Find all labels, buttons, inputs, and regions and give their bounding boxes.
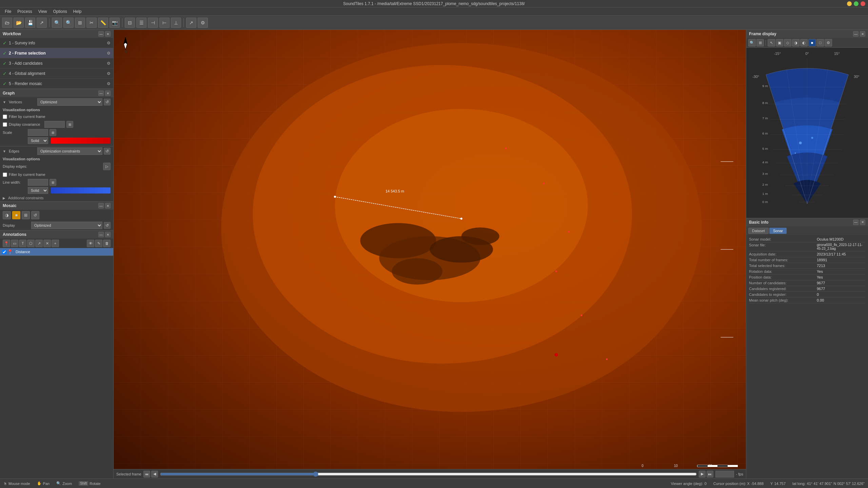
- slider-goto-end[interactable]: ⏭: [707, 471, 713, 477]
- vertices-refresh[interactable]: ↺: [104, 99, 111, 105]
- toolbar-zoom-out[interactable]: 🔍: [63, 18, 74, 28]
- toolbar-align-left[interactable]: ⊣: [148, 18, 158, 28]
- tab-sonar[interactable]: Sonar: [769, 228, 787, 234]
- mosaic-header[interactable]: Mosaic — ✕: [0, 202, 113, 210]
- mosaic-display-select[interactable]: Optimized: [31, 222, 102, 229]
- filter-frame-checkbox[interactable]: [3, 115, 7, 119]
- workflow-gear-4[interactable]: ⚙: [107, 71, 111, 76]
- center-view[interactable]: 14 543.5 m: [114, 30, 746, 479]
- toolbar-arrow[interactable]: ↗: [186, 18, 196, 28]
- toolbar-export[interactable]: ↗: [37, 18, 47, 28]
- close-button[interactable]: [861, 1, 865, 6]
- toolbar-zoom-fit[interactable]: ⊞: [75, 18, 85, 28]
- mosaic-close[interactable]: ✕: [105, 203, 111, 208]
- frame-display-close[interactable]: ✕: [860, 31, 865, 37]
- frame-slider-input[interactable]: [160, 471, 697, 477]
- toolbar-align-center[interactable]: ⊥: [171, 18, 181, 28]
- toolbar-save[interactable]: 💾: [25, 18, 35, 28]
- frame-display-minimize[interactable]: —: [853, 31, 859, 37]
- menu-process[interactable]: Process: [15, 8, 35, 15]
- ann-poly-btn[interactable]: ⬠: [27, 240, 35, 247]
- minimize-button[interactable]: [847, 1, 852, 6]
- scale-input[interactable]: 5: [28, 129, 48, 136]
- graph-close[interactable]: ✕: [105, 90, 111, 96]
- ann-cross-btn[interactable]: ✕: [43, 240, 51, 247]
- workflow-gear-2[interactable]: ⚙: [107, 51, 111, 56]
- workflow-gear-5[interactable]: ⚙: [107, 81, 111, 86]
- statusbar-mouse-mode[interactable]: 🖱 Mouse mode: [3, 482, 30, 486]
- toolbar-list[interactable]: ☰: [136, 18, 146, 28]
- fd-contrast-low[interactable]: ◑: [792, 39, 800, 46]
- frame-number-input[interactable]: 5468: [715, 471, 734, 477]
- mosaic-color[interactable]: ■: [12, 211, 20, 219]
- workflow-item-1[interactable]: ✓ 1 - Survey info ⚙: [0, 38, 113, 48]
- vertices-select[interactable]: Optimized: [37, 98, 102, 106]
- workflow-gear-1[interactable]: ⚙: [107, 41, 111, 45]
- graph-minimize[interactable]: —: [98, 90, 104, 96]
- annotation-item-distance[interactable]: 📍 Distance: [0, 248, 113, 256]
- basic-info-close[interactable]: ✕: [860, 220, 865, 225]
- ann-plus-btn[interactable]: +: [52, 240, 59, 247]
- solid-select-edges[interactable]: Solid: [28, 187, 48, 194]
- fd-settings[interactable]: ⚙: [825, 39, 832, 46]
- toolbar-measure[interactable]: 📏: [98, 18, 108, 28]
- statusbar-pan[interactable]: ✋ Pan: [37, 481, 50, 486]
- fd-contrast-high[interactable]: ◐: [800, 39, 808, 46]
- additional-constraints-row[interactable]: ▶ Additional constraints: [0, 195, 113, 201]
- display-cov-checkbox[interactable]: [3, 122, 7, 127]
- workflow-minimize[interactable]: —: [98, 31, 104, 37]
- workflow-item-2[interactable]: ✓ 2 - Frame selection ⚙: [0, 48, 113, 58]
- slider-goto-start[interactable]: ⏮: [143, 471, 150, 477]
- mosaic-minimize[interactable]: —: [98, 203, 104, 208]
- ann-text-btn[interactable]: T: [19, 240, 26, 247]
- ann-edit-btn[interactable]: ✎: [95, 240, 102, 247]
- menu-file[interactable]: File: [2, 8, 14, 15]
- toolbar-align-right[interactable]: ⊢: [159, 18, 170, 28]
- solid-select-vertices[interactable]: Solid: [28, 137, 48, 144]
- toolbar-new[interactable]: 🗁: [2, 18, 12, 28]
- menu-help[interactable]: Help: [71, 8, 84, 15]
- fd-measure[interactable]: ◇: [784, 39, 791, 46]
- annotations-close[interactable]: ✕: [105, 232, 111, 237]
- statusbar-zoom[interactable]: 🔍 Zoom: [56, 481, 72, 486]
- scale-spinner[interactable]: ⊞: [50, 129, 56, 136]
- cov-spinner[interactable]: ⊞: [66, 121, 73, 128]
- workflow-gear-3[interactable]: ⚙: [107, 61, 111, 66]
- annotations-header[interactable]: Annotations — ✕: [0, 230, 113, 239]
- annotations-minimize[interactable]: —: [98, 232, 104, 237]
- slider-prev[interactable]: ◀: [151, 471, 158, 477]
- toolbar-open[interactable]: 📂: [14, 18, 24, 28]
- mosaic-settings[interactable]: ⊞: [22, 211, 30, 219]
- line-width-input[interactable]: 5: [28, 179, 48, 186]
- slider-next[interactable]: ▶: [699, 471, 706, 477]
- ann-eye-btn[interactable]: 👁: [87, 240, 94, 247]
- tab-dataset[interactable]: Dataset: [748, 228, 769, 234]
- edges-refresh[interactable]: ↺: [104, 148, 111, 155]
- menu-options[interactable]: Options: [51, 8, 70, 15]
- basic-info-minimize[interactable]: —: [853, 220, 859, 225]
- toolbar-grid[interactable]: ⊟: [125, 18, 135, 28]
- graph-header[interactable]: Graph — ✕: [0, 89, 113, 97]
- toolbar-crop[interactable]: ✂: [86, 18, 97, 28]
- toolbar-zoom-in[interactable]: 🔍: [52, 18, 62, 28]
- fd-cursor[interactable]: ↖: [768, 39, 775, 46]
- edges-select[interactable]: Optimization constraints: [37, 147, 102, 155]
- fd-color1[interactable]: ■: [808, 39, 816, 46]
- fd-select[interactable]: ▣: [776, 39, 783, 46]
- toolbar-camera[interactable]: 📷: [110, 18, 120, 28]
- ann-arrow-btn[interactable]: ↗: [35, 240, 43, 247]
- workflow-close[interactable]: ✕: [105, 31, 111, 37]
- display-cov-value[interactable]: 95.00%: [44, 121, 65, 128]
- mosaic-display-refresh[interactable]: ↺: [104, 222, 111, 229]
- mosaic-refresh[interactable]: ↺: [31, 211, 39, 219]
- workflow-item-3[interactable]: ✓ 3 - Add candidates ⚙: [0, 58, 113, 68]
- toolbar-settings[interactable]: ⚙: [198, 18, 208, 28]
- filter-edge-checkbox[interactable]: [3, 172, 7, 177]
- annotation-check[interactable]: [2, 250, 6, 254]
- fd-zoom-in[interactable]: 🔍: [748, 39, 756, 46]
- fd-zoom-select[interactable]: ⊞: [756, 39, 764, 46]
- ann-rect-btn[interactable]: ▭: [11, 240, 18, 247]
- menu-view[interactable]: View: [36, 8, 50, 15]
- fd-color2[interactable]: □: [816, 39, 824, 46]
- mosaic-contrast[interactable]: ◑: [3, 211, 11, 219]
